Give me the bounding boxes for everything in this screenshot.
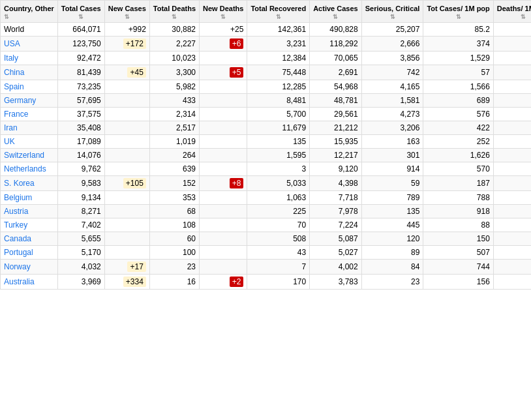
country-link[interactable]: Netherlands [4,164,46,173]
cell-country[interactable]: Spain [1,80,58,93]
country-link[interactable]: Canada [4,234,31,243]
table-row: Switzerland14,0762641,59512,2173011,6263… [1,148,532,162]
cell-deaths-pop: 35 [493,107,531,121]
country-link[interactable]: USA [4,39,20,48]
cell-active-cases: 70,065 [310,51,362,65]
cell-total-cases: 35,408 [57,121,104,134]
col-active-cases[interactable]: Active Cases ⇅ [310,1,362,23]
cell-serious: 23 [361,274,423,289]
cell-total-deaths: 264 [149,148,199,162]
cell-country[interactable]: UK [1,134,58,148]
table-row: Germany57,6954338,48148,7811,5816895Jan … [1,93,532,107]
col-serious-sort: ⇅ [390,14,395,20]
cell-serious: 742 [361,65,423,80]
col-new-deaths[interactable]: New Deaths ⇅ [200,1,247,23]
cell-serious: 135 [361,204,423,218]
cell-total-deaths: 152 [149,175,199,190]
cell-new-deaths [200,204,247,218]
cell-tot-cases-pop: 918 [423,204,493,218]
cell-country[interactable]: Iran [1,121,58,134]
col-total-deaths[interactable]: Total Deaths ⇅ [149,1,199,23]
country-link[interactable]: China [4,68,24,77]
col-total-deaths-sort: ⇅ [172,14,177,20]
country-link[interactable]: Portugal [4,248,33,257]
cell-deaths-pop: 5 [493,93,531,107]
cell-total-cases: 9,134 [57,190,104,204]
country-link[interactable]: Italy [4,53,18,63]
cell-country[interactable]: Austria [1,204,58,218]
cell-total-cases: 17,089 [57,134,104,148]
col-new-deaths-label: New Deaths [203,5,243,12]
cell-country[interactable]: S. Korea [1,175,58,190]
cell-country[interactable]: China [1,65,58,80]
country-link[interactable]: Turkey [4,220,27,230]
table-body: World664,071+99230,882+25142,361490,8282… [1,22,532,289]
cell-total-deaths: 353 [149,190,199,204]
cell-tot-cases-pop: 374 [423,36,493,51]
col-total-recovered-label: Total Recovered [250,5,306,12]
col-tot-cases-pop[interactable]: Tot Cases/ 1M pop ⇅ [423,1,493,23]
cell-country[interactable]: Germany [1,93,58,107]
cell-country[interactable]: Switzerland [1,148,58,162]
country-link[interactable]: Belgium [4,193,32,202]
cell-tot-cases-pop: 252 [423,134,493,148]
cell-new-deaths: +8 [200,175,247,190]
cell-total-deaths: 10,023 [149,51,199,65]
cell-new-deaths [200,190,247,204]
cell-deaths-pop: 0.6 [493,274,531,289]
cell-country[interactable]: Australia [1,274,58,289]
cell-total-cases: 73,235 [57,80,104,93]
col-new-cases[interactable]: New Cases ⇅ [104,1,149,23]
cell-total-recovered: 5,033 [247,175,310,190]
cell-deaths-pop: 7 [493,36,531,51]
cell-new-deaths [200,80,247,93]
table-row: UK17,0891,01913515,93516325215Jan 30 [1,134,532,148]
cell-serious: 3,856 [361,51,423,65]
cell-country[interactable]: Italy [1,51,58,65]
cell-new-deaths [200,148,247,162]
table-row: Iran35,4082,51711,67921,2123,20642230Feb… [1,121,532,134]
country-link[interactable]: Germany [4,96,36,105]
table-row: USA123,750+1722,227+63,231118,2922,66637… [1,36,532,51]
cell-country[interactable]: USA [1,36,58,51]
country-link[interactable]: S. Korea [4,179,35,188]
cell-country[interactable]: France [1,107,58,121]
cell-country[interactable]: Canada [1,232,58,245]
cell-country[interactable]: Turkey [1,218,58,232]
country-link[interactable]: Australia [4,277,35,286]
cell-serious: 120 [361,232,423,245]
cell-deaths-pop: 4 [493,259,531,274]
cell-total-recovered: 7 [247,259,310,274]
col-total-recovered[interactable]: Total Recovered ⇅ [247,1,310,23]
country-link[interactable]: Spain [4,82,24,91]
cell-total-cases: 5,655 [57,232,104,245]
col-total-cases[interactable]: Total Cases ⇅ [57,1,104,23]
col-country[interactable]: Country, Other ⇅ [1,1,58,23]
cell-tot-cases-pop: 1,566 [423,80,493,93]
country-link[interactable]: Austria [4,207,28,216]
cell-total-cases: 9,762 [57,162,104,175]
cell-active-cases: 4,398 [310,175,362,190]
cell-country[interactable]: Portugal [1,245,58,259]
country-link[interactable]: UK [4,137,15,146]
cell-country[interactable]: Netherlands [1,162,58,175]
cell-new-cases: +334 [104,274,149,289]
col-serious[interactable]: Serious, Critical ⇅ [361,1,423,23]
table-row: Belgium9,1343531,0637,71878978830Feb 03 [1,190,532,204]
cell-deaths-pop: 2 [493,232,531,245]
cell-new-deaths [200,107,247,121]
cell-country[interactable]: Norway [1,259,58,274]
cell-total-deaths: 5,982 [149,80,199,93]
cell-total-recovered: 75,448 [247,65,310,80]
cell-total-recovered: 5,700 [247,107,310,121]
country-link[interactable]: Switzerland [4,151,44,160]
country-link[interactable]: Iran [4,123,18,132]
col-deaths-pop[interactable]: Deaths/ 1M pop ⇅ [493,1,531,23]
cell-active-cases: 3,783 [310,274,362,289]
cell-country[interactable]: Belgium [1,190,58,204]
cell-tot-cases-pop: 422 [423,121,493,134]
country-link[interactable]: France [4,110,28,119]
country-link[interactable]: Norway [4,262,31,271]
cell-total-deaths: 60 [149,232,199,245]
col-active-cases-label: Active Cases [313,5,358,12]
